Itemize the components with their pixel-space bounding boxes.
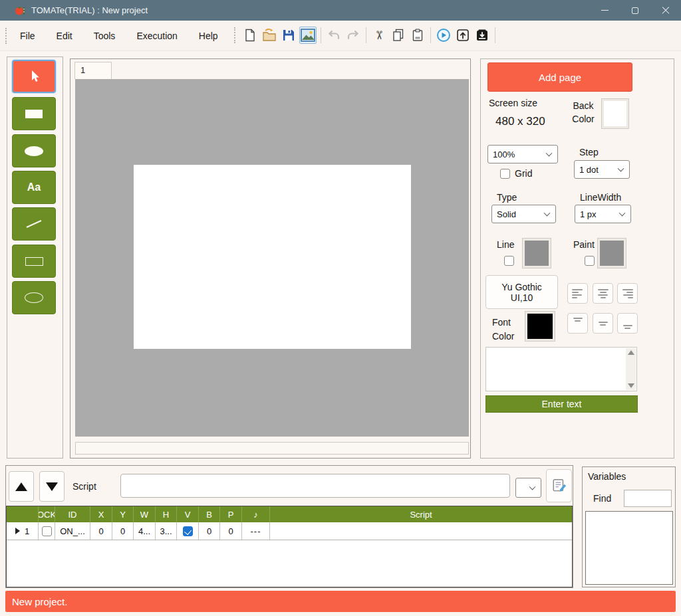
- note-cell[interactable]: ---: [242, 522, 270, 540]
- x-cell[interactable]: 0: [90, 522, 112, 540]
- y-cell[interactable]: 0: [112, 522, 134, 540]
- select-tool-button[interactable]: [12, 60, 56, 93]
- paste-icon[interactable]: [409, 27, 426, 44]
- minimize-button[interactable]: [589, 0, 620, 21]
- toolbar-gripper: [234, 27, 237, 43]
- line-tool-button[interactable]: [12, 207, 56, 241]
- filled-rectangle-icon: [25, 110, 43, 118]
- text-tool-button[interactable]: Aa: [12, 171, 56, 204]
- col-h: H: [156, 506, 177, 522]
- new-file-icon[interactable]: [241, 27, 259, 44]
- paint-color-swatch[interactable]: [598, 239, 626, 268]
- design-screen[interactable]: [134, 165, 411, 349]
- valign-middle-button[interactable]: [593, 313, 613, 334]
- line-color-swatch[interactable]: [523, 239, 551, 268]
- chevron-down-icon: [619, 210, 626, 217]
- menu-tools[interactable]: Tools: [86, 27, 124, 45]
- script-label: Script: [72, 481, 96, 492]
- cut-icon[interactable]: ✂: [370, 27, 388, 44]
- save-icon[interactable]: [280, 27, 297, 44]
- line-checkbox[interactable]: [504, 256, 514, 266]
- current-row-icon: [15, 528, 20, 534]
- close-button[interactable]: [650, 0, 681, 21]
- script-input[interactable]: [120, 474, 510, 498]
- scroll-up-icon[interactable]: [628, 350, 634, 355]
- p-cell[interactable]: 0: [220, 522, 242, 540]
- maximize-button[interactable]: [620, 0, 650, 21]
- copy-icon[interactable]: [390, 27, 407, 44]
- variables-title: Variables: [588, 471, 626, 482]
- table-row[interactable]: 1 ON_... 0 0 4... 3... 0 0 ---: [7, 522, 572, 540]
- filled-ellipse-icon: [25, 146, 43, 156]
- table-header-row: OCK ID X Y W H V B P ♪ Script: [7, 506, 572, 522]
- page-tab-1[interactable]: 1: [74, 62, 112, 79]
- align-center-icon: [597, 289, 609, 298]
- text-tool-icon: Aa: [27, 181, 41, 193]
- variables-list[interactable]: [585, 511, 673, 585]
- add-page-button[interactable]: Add page: [487, 62, 632, 92]
- filled-ellipse-tool-button[interactable]: [12, 134, 56, 167]
- w-cell[interactable]: 4...: [134, 522, 156, 540]
- menu-help[interactable]: Help: [191, 27, 226, 45]
- v-cell[interactable]: [177, 522, 199, 540]
- edit-script-icon: [551, 478, 567, 494]
- visible-checkbox[interactable]: [183, 526, 193, 536]
- close-icon: [662, 7, 670, 15]
- lock-checkbox[interactable]: [42, 526, 52, 536]
- font-select-button[interactable]: Yu Gothic UI,10: [485, 275, 558, 309]
- run-icon[interactable]: [435, 27, 452, 44]
- move-up-button[interactable]: [9, 471, 34, 502]
- id-cell[interactable]: ON_...: [55, 522, 90, 540]
- cursor-icon: [27, 68, 41, 84]
- valign-bottom-button[interactable]: [617, 313, 638, 334]
- design-canvas[interactable]: [75, 79, 469, 437]
- grid-checkbox[interactable]: [500, 169, 510, 179]
- type-select[interactable]: Solid: [491, 205, 556, 223]
- arrow-down-icon: [46, 482, 58, 491]
- ellipse-outline-tool-button[interactable]: [12, 281, 56, 314]
- status-text: New project.: [12, 596, 67, 607]
- h-cell[interactable]: 3...: [156, 522, 177, 540]
- font-color-swatch[interactable]: [525, 312, 555, 341]
- canvas-scroll-strip[interactable]: [75, 442, 469, 455]
- align-center-button[interactable]: [593, 283, 613, 304]
- insert-image-icon[interactable]: [299, 27, 317, 44]
- script-history-select[interactable]: [515, 478, 541, 498]
- back-color-swatch[interactable]: [602, 99, 628, 128]
- text-area-scrollbar[interactable]: [626, 348, 636, 390]
- linewidth-select[interactable]: 1 px: [575, 205, 631, 223]
- lock-cell[interactable]: [39, 522, 55, 540]
- paint-checkbox[interactable]: [585, 256, 595, 266]
- export-icon[interactable]: [454, 27, 472, 44]
- edit-script-button[interactable]: [546, 469, 572, 502]
- menu-execution[interactable]: Execution: [128, 27, 185, 45]
- align-left-button[interactable]: [567, 283, 588, 304]
- step-value: 1 dot: [579, 165, 599, 175]
- script-cell[interactable]: [270, 522, 572, 540]
- align-right-button[interactable]: [617, 283, 638, 304]
- enter-text-button[interactable]: Enter text: [485, 395, 638, 413]
- variables-panel: Variables Find: [582, 466, 676, 587]
- undo-icon[interactable]: [325, 27, 342, 44]
- open-folder-icon[interactable]: [261, 27, 278, 44]
- move-down-button[interactable]: [39, 471, 65, 502]
- rectangle-outline-tool-button[interactable]: [12, 245, 56, 278]
- arrow-up-icon: [15, 482, 27, 491]
- menu-edit[interactable]: Edit: [49, 27, 80, 45]
- col-rowheader: [7, 506, 39, 522]
- valign-top-button[interactable]: [567, 313, 588, 334]
- find-input[interactable]: [624, 490, 672, 507]
- redo-icon[interactable]: [344, 27, 362, 44]
- zoom-select[interactable]: 100%: [487, 145, 558, 163]
- chevron-down-icon: [546, 150, 553, 157]
- b-cell[interactable]: 0: [199, 522, 220, 540]
- app-window: TOMATe(TRIAL) : New project File Edit To…: [0, 0, 681, 616]
- scroll-down-icon[interactable]: [628, 383, 634, 388]
- row-header-cell[interactable]: 1: [7, 522, 39, 540]
- step-select[interactable]: 1 dot: [574, 160, 630, 179]
- text-entry-area[interactable]: [485, 347, 637, 391]
- window-title: TOMATe(TRIAL) : New project: [31, 5, 148, 15]
- filled-rectangle-tool-button[interactable]: [12, 97, 56, 130]
- import-icon[interactable]: [474, 27, 491, 44]
- menu-file[interactable]: File: [12, 27, 43, 45]
